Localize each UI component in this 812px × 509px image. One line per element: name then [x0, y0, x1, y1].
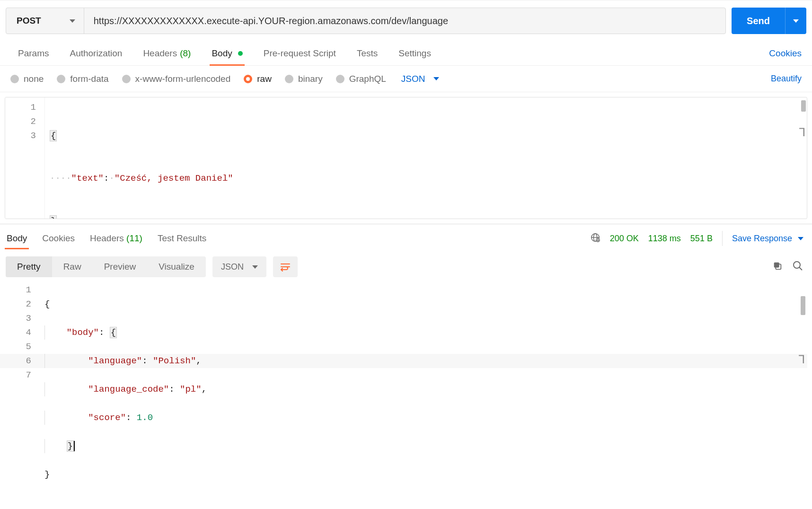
body-type-binary[interactable]: binary — [285, 74, 323, 84]
search-icon[interactable] — [792, 260, 803, 274]
chevron-down-icon — [798, 237, 803, 240]
response-body-editor[interactable]: 1 2 3 4 5 6 7 { "body": { "language": "P… — [0, 282, 807, 509]
tab-headers[interactable]: Headers (8) — [132, 41, 201, 65]
svg-rect-7 — [774, 262, 779, 267]
cookies-link[interactable]: Cookies — [769, 48, 804, 59]
request-body-editor[interactable]: 1 2 3 { ····"text":·"Cześć, jestem Danie… — [5, 97, 807, 219]
response-language-select[interactable]: JSON — [212, 256, 266, 277]
chevron-down-icon — [433, 77, 439, 80]
svg-point-8 — [794, 262, 800, 268]
code-content: { ····"text":·"Cześć, jestem Daniel" } — [45, 97, 807, 219]
tab-tests[interactable]: Tests — [346, 41, 388, 65]
view-mode-group: Pretty Raw Preview Visualize — [6, 256, 206, 277]
response-time: 1138 ms — [648, 234, 681, 244]
response-tab-headers[interactable]: Headers (11) — [88, 233, 144, 249]
svg-point-3 — [596, 238, 600, 241]
http-method-select[interactable]: POST — [6, 8, 84, 34]
response-tab-cookies[interactable]: Cookies — [40, 233, 77, 249]
save-response-button[interactable]: Save Response — [732, 234, 803, 244]
response-size: 551 B — [690, 234, 713, 244]
send-dropdown[interactable] — [786, 8, 806, 34]
view-visualize[interactable]: Visualize — [147, 256, 206, 277]
body-type-x-www-form-urlencoded[interactable]: x-www-form-urlencoded — [122, 74, 231, 84]
body-type-raw[interactable]: raw — [244, 74, 272, 84]
radio-icon — [122, 75, 131, 83]
copy-icon[interactable] — [772, 261, 783, 273]
divider — [722, 231, 723, 246]
body-language-select[interactable]: JSON — [401, 74, 440, 84]
radio-icon — [336, 75, 344, 83]
body-type-graphql[interactable]: GraphQL — [336, 74, 386, 84]
headers-count: (8) — [180, 48, 191, 59]
text-cursor-icon: Ꞁ — [799, 353, 806, 365]
radio-icon — [57, 75, 65, 83]
scrollbar-thumb[interactable] — [801, 100, 806, 112]
tab-params[interactable]: Params — [8, 41, 59, 65]
request-bar: POST Send — [0, 0, 812, 41]
chevron-down-icon — [70, 19, 75, 23]
send-button[interactable]: Send — [732, 8, 786, 34]
send-button-group: Send — [732, 8, 806, 34]
code-content: { "body": { "language": "Polish", "langu… — [40, 282, 807, 509]
http-method-label: POST — [17, 16, 41, 26]
text-cursor-icon: Ꞁ — [799, 126, 807, 138]
unsaved-indicator-icon — [238, 51, 243, 56]
response-tabs: Body Cookies Headers (11) Test Results 2… — [0, 224, 812, 252]
tab-settings[interactable]: Settings — [388, 41, 441, 65]
radio-icon — [244, 75, 252, 83]
response-tab-test-results[interactable]: Test Results — [156, 233, 208, 249]
response-headers-count: (11) — [126, 233, 142, 243]
response-tab-body[interactable]: Body — [5, 233, 29, 249]
line-gutter: 1 2 3 — [5, 97, 45, 219]
scrollbar-thumb[interactable] — [801, 296, 805, 315]
response-meta: 200 OK 1138 ms 551 B Save Response — [590, 231, 803, 252]
globe-icon[interactable] — [590, 232, 600, 245]
radio-icon — [10, 75, 19, 83]
view-preview[interactable]: Preview — [93, 256, 148, 277]
view-raw[interactable]: Raw — [52, 256, 93, 277]
chevron-down-icon — [252, 265, 258, 269]
request-tabs: Params Authorization Headers (8) Body Pr… — [0, 41, 812, 66]
chevron-down-icon — [793, 19, 799, 23]
response-toolbar: Pretty Raw Preview Visualize JSON — [0, 252, 812, 277]
response-body-wrap: 1 2 3 4 5 6 7 { "body": { "language": "P… — [0, 277, 812, 509]
status: 200 OK — [610, 234, 639, 244]
radio-icon — [285, 75, 293, 83]
view-pretty[interactable]: Pretty — [6, 256, 52, 277]
method-url-group: POST — [6, 8, 726, 34]
body-type-none[interactable]: none — [10, 74, 44, 84]
tab-body[interactable]: Body — [201, 41, 253, 65]
body-type-form-data[interactable]: form-data — [57, 74, 108, 84]
svg-line-9 — [799, 267, 802, 270]
wrap-lines-button[interactable] — [273, 256, 298, 277]
tab-prerequest[interactable]: Pre-request Script — [253, 41, 346, 65]
body-type-row: none form-data x-www-form-urlencoded raw… — [0, 66, 812, 92]
line-gutter: 1 2 3 4 5 6 7 — [0, 282, 40, 509]
tab-authorization[interactable]: Authorization — [59, 41, 132, 65]
url-input[interactable] — [84, 8, 725, 34]
beautify-button[interactable]: Beautify — [771, 74, 802, 84]
request-body-editor-wrap: 1 2 3 { ····"text":·"Cześć, jestem Danie… — [0, 92, 812, 224]
